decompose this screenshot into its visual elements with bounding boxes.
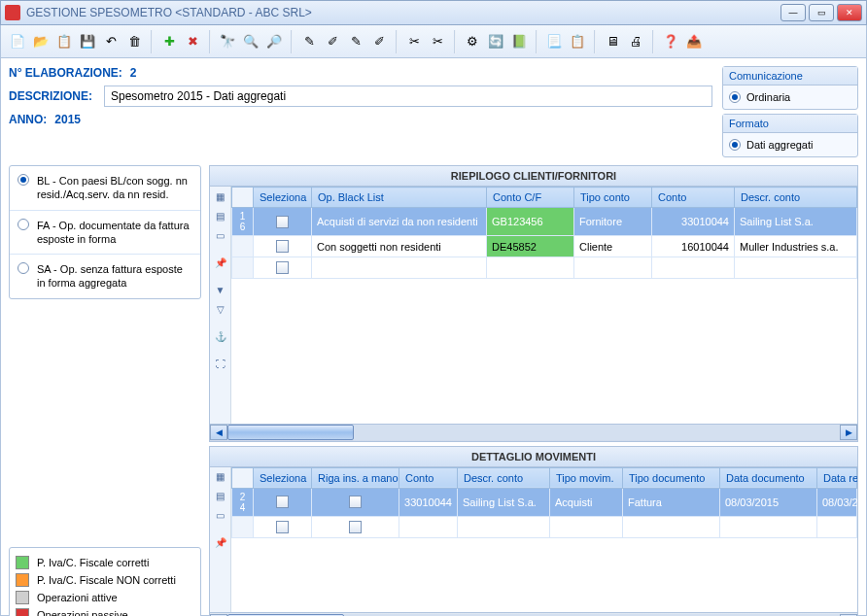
refresh-icon[interactable]: 🔄 <box>485 31 506 52</box>
vt-insert-icon[interactable]: ▦ <box>213 469 228 485</box>
side-opt-sa-text: SA - Op. senza fattura esposte in forma … <box>37 262 192 291</box>
legend-correct: P. Iva/C. Fiscale corretti <box>37 557 149 568</box>
table-row[interactable]: Con soggetti non residenti DE45852 Clien… <box>232 236 857 257</box>
riepilogo-grid-section: RIEPILOGO CLIENTI/FORNITORI ▦ ▤ ▭ 📌 ▼ ▽ … <box>209 165 858 442</box>
minimize-button[interactable]: — <box>780 4 806 21</box>
print-icon[interactable]: 🖨 <box>625 31 646 52</box>
row-checkbox[interactable] <box>276 216 289 228</box>
exit-icon[interactable]: 📤 <box>683 31 705 52</box>
radio-dot-icon <box>17 262 29 274</box>
riga-ins-checkbox[interactable] <box>349 521 362 533</box>
legend-panel: P. Iva/C. Fiscale corretti P. Iva/C. Fis… <box>9 547 201 616</box>
comunicazione-ordinaria[interactable]: Ordinaria <box>729 89 851 105</box>
window-title: GESTIONE SPESOMETRO <STANDARD - ABC SRL> <box>26 6 780 19</box>
vt-pin-icon[interactable]: 📌 <box>213 255 228 270</box>
dettaglio-table[interactable]: Seleziona Riga ins. a mano Conto Descr. … <box>231 467 857 538</box>
table-row[interactable]: 1 6 Acquisti di servizi da non residenti… <box>232 208 857 236</box>
vt-filter2-icon[interactable]: ▽ <box>213 301 228 317</box>
help-icon[interactable]: ❓ <box>660 31 681 52</box>
vt-anchor-icon[interactable]: ⚓ <box>213 328 228 344</box>
titlebar: GESTIONE SPESOMETRO <STANDARD - ABC SRL>… <box>0 0 867 25</box>
undo-icon[interactable]: ↶ <box>100 31 121 52</box>
radio-dot-icon <box>729 139 741 151</box>
riepilogo-hscroll[interactable]: ◀ ▶ <box>210 424 857 441</box>
num-elab-label: N° ELABORAZIONE: <box>9 66 122 80</box>
zoom-icon[interactable]: 🔎 <box>263 31 285 52</box>
dettaglio-hscroll[interactable]: ◀ ▶ <box>210 612 857 616</box>
delete-icon[interactable]: 🗑 <box>123 31 145 52</box>
row-checkbox[interactable] <box>276 240 289 253</box>
copy-icon[interactable]: 📋 <box>53 31 75 52</box>
open-icon[interactable]: 📂 <box>30 31 52 52</box>
close-button[interactable]: ✕ <box>837 4 862 21</box>
book-icon[interactable]: 📗 <box>508 31 530 52</box>
side-opt-sa[interactable]: SA - Op. senza fattura esposte in forma … <box>10 255 200 298</box>
legend-attive: Operazioni attive <box>37 592 118 603</box>
scissors1-icon[interactable]: ✂ <box>403 31 425 52</box>
vt-edit-icon[interactable]: ▭ <box>213 227 228 243</box>
side-options-panel: BL - Con paesi BL/con sogg. nn resid./Ac… <box>9 165 201 299</box>
riepilogo-vtoolbar: ▦ ▤ ▭ 📌 ▼ ▽ ⚓ ⛶ <box>210 187 231 424</box>
table-row[interactable] <box>232 516 857 537</box>
vt-delete-icon[interactable]: ▤ <box>213 489 228 504</box>
side-opt-bl-text: BL - Con paesi BL/con sogg. nn resid./Ac… <box>37 174 192 202</box>
radio-dot-icon <box>17 219 29 230</box>
legend-non-correct: P. Iva/C. Fiscale NON corretti <box>37 574 176 586</box>
num-elab-value: 2 <box>130 66 137 80</box>
pencil1-icon[interactable]: ✎ <box>298 31 320 52</box>
vt-expand-icon[interactable]: ⛶ <box>213 356 228 371</box>
riga-ins-checkbox[interactable] <box>349 496 362 508</box>
table-row[interactable]: 2 4 33010044 Sailing List S.a. Acquisti … <box>232 488 857 516</box>
side-opt-fa-text: FA - Op. documentate da fattura esposte … <box>37 219 192 247</box>
monitor-icon[interactable]: 🖥 <box>602 31 623 52</box>
pencil2-icon[interactable]: ✐ <box>322 31 343 52</box>
new-icon[interactable]: 📄 <box>7 31 28 52</box>
table-row[interactable] <box>232 257 857 279</box>
pencil-cancel-icon[interactable]: ✐ <box>368 31 390 52</box>
formato-option: Dati aggregati <box>746 139 814 151</box>
formato-dati-aggregati[interactable]: Dati aggregati <box>729 137 851 153</box>
app-icon <box>5 5 20 20</box>
save-icon[interactable]: 💾 <box>77 31 98 52</box>
gear-icon[interactable]: ⚙ <box>462 31 483 52</box>
row-checkbox[interactable] <box>276 261 289 274</box>
comunicazione-option: Ordinaria <box>746 91 790 103</box>
row-checkbox[interactable] <box>276 521 289 533</box>
accept-icon[interactable]: ✚ <box>158 31 180 52</box>
dettaglio-grid-section: DETTAGLIO MOVIMENTI ▦ ▤ ▭ 📌 Selez <box>209 446 858 616</box>
side-opt-fa[interactable]: FA - Op. documentate da fattura esposte … <box>10 211 200 256</box>
row-checkbox[interactable] <box>276 496 289 508</box>
descrizione-label: DESCRIZIONE: <box>9 89 96 103</box>
comunicazione-panel: Comunicazione Ordinaria <box>722 66 858 110</box>
vt-pin-icon[interactable]: 📌 <box>213 535 228 551</box>
formato-title: Formato <box>723 115 857 133</box>
riepilogo-table[interactable]: Seleziona Op. Black List Conto C/F Tipo … <box>231 187 857 279</box>
descrizione-input[interactable] <box>104 86 712 107</box>
vt-delete-icon[interactable]: ▤ <box>213 208 228 223</box>
legend-passive: Operazioni passive <box>37 609 128 616</box>
pencil3-icon[interactable]: ✎ <box>345 31 366 52</box>
anno-value: 2015 <box>54 113 81 126</box>
comunicazione-title: Comunicazione <box>723 67 857 86</box>
vt-insert-icon[interactable]: ▦ <box>213 188 228 204</box>
main-toolbar: 📄 📂 📋 💾 ↶ 🗑 ✚ ✖ 🔭 🔍 🔎 ✎ ✐ ✎ ✐ ✂ ✂ ⚙ 🔄 📗 … <box>0 25 867 58</box>
radio-dot-icon <box>729 91 741 103</box>
formato-panel: Formato Dati aggregati <box>722 114 858 157</box>
binoculars-icon[interactable]: 🔭 <box>217 31 238 52</box>
list1-icon[interactable]: 📃 <box>543 31 565 52</box>
scroll-left-icon[interactable]: ◀ <box>210 425 227 440</box>
scissors2-icon[interactable]: ✂ <box>427 31 448 52</box>
find-icon[interactable]: 🔍 <box>240 31 261 52</box>
reject-icon[interactable]: ✖ <box>182 31 203 52</box>
radio-dot-icon <box>17 174 29 186</box>
side-opt-bl[interactable]: BL - Con paesi BL/con sogg. nn resid./Ac… <box>10 166 200 211</box>
list2-icon[interactable]: 📋 <box>567 31 588 52</box>
dettaglio-title: DETTAGLIO MOVIMENTI <box>210 447 857 467</box>
vt-filter-icon[interactable]: ▼ <box>213 282 228 297</box>
anno-label: ANNO: <box>9 113 47 126</box>
dettaglio-vtoolbar: ▦ ▤ ▭ 📌 <box>210 467 231 612</box>
vt-edit-icon[interactable]: ▭ <box>213 508 228 524</box>
maximize-button[interactable]: ▭ <box>809 4 834 21</box>
scroll-right-icon[interactable]: ▶ <box>840 425 857 440</box>
riepilogo-title: RIEPILOGO CLIENTI/FORNITORI <box>210 166 857 187</box>
